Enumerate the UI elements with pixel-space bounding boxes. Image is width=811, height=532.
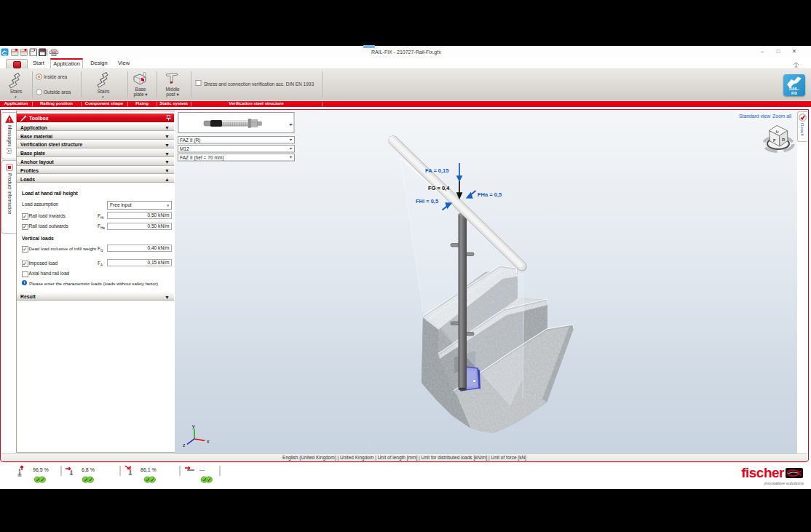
svg-text:FAZ II (hef = 70 mm): FAZ II (hef = 70 mm) <box>180 155 224 161</box>
svg-text:6,8 %: 6,8 % <box>82 467 95 472</box>
svg-text:F: F <box>773 138 776 143</box>
svg-text:Standard view: Standard view <box>739 114 770 119</box>
svg-text:FA = 0,15: FA = 0,15 <box>425 167 448 174</box>
svg-text:FAZ II (R): FAZ II (R) <box>180 138 201 143</box>
svg-text:!: ! <box>9 116 11 123</box>
svg-text:M12: M12 <box>180 146 189 151</box>
svg-text:Zoom all: Zoom all <box>772 114 792 119</box>
svg-text:y: y <box>192 424 195 429</box>
svg-text:96,5 %: 96,5 % <box>33 467 49 472</box>
svg-text:z: z <box>183 442 186 448</box>
svg-text:FHa = 0,5: FHa = 0,5 <box>478 191 502 198</box>
svg-text:FIX: FIX <box>791 91 798 95</box>
svg-text:FG = 0,4: FG = 0,4 <box>428 185 450 191</box>
svg-text:---: --- <box>199 467 205 472</box>
svg-text:86,1 %: 86,1 % <box>141 467 157 472</box>
svg-text:x: x <box>207 439 210 444</box>
svg-text:FHi = 0,5: FHi = 0,5 <box>416 198 438 205</box>
